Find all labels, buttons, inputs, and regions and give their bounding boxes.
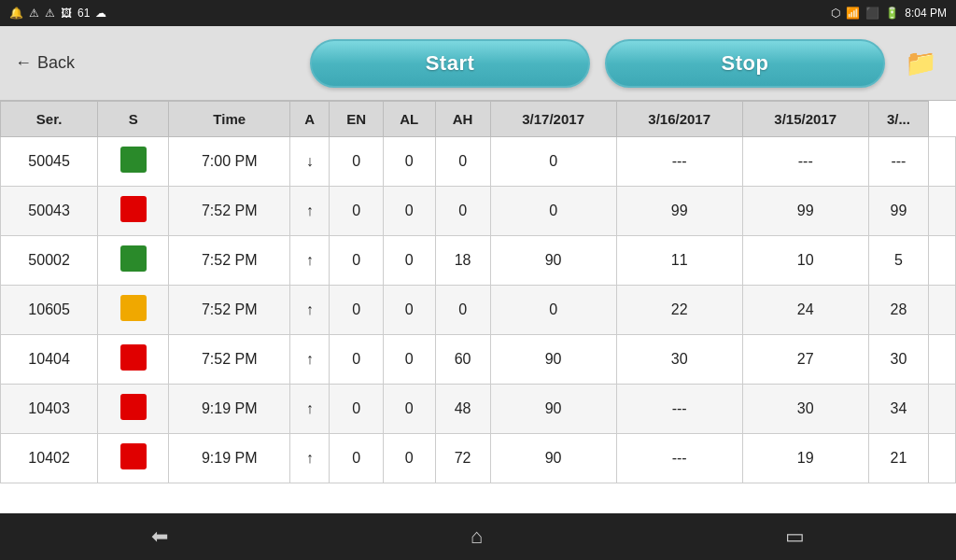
notification-icon-1: 🔔: [9, 7, 23, 20]
cell-a: 0: [330, 286, 383, 335]
nav-back-icon: ⬅: [151, 525, 168, 549]
cell-d4: [929, 187, 956, 236]
folder-icon: 📁: [905, 48, 937, 78]
cell-d3: 99: [868, 187, 928, 236]
cell-d3: 30: [868, 335, 928, 385]
folder-button[interactable]: 📁: [900, 43, 941, 84]
cell-d2: 27: [742, 335, 868, 385]
cell-d4: [929, 434, 956, 483]
status-right-icons: ⬡ 📶 ⬛ 🔋 8:04 PM: [831, 7, 947, 20]
data-table-container: Ser. S Time A EN AL AH 3/17/2017 3/16/20…: [0, 101, 956, 513]
cell-d4: [929, 137, 956, 187]
cell-ser: 10403: [1, 385, 98, 434]
cell-d2: 19: [742, 434, 868, 483]
cell-status: [98, 187, 169, 236]
cell-d2: 99: [742, 187, 868, 236]
table-row: 104039:19 PM↑004890---3034: [1, 385, 956, 434]
cell-al: 0: [435, 286, 490, 335]
status-color-indicator: [120, 443, 147, 469]
cell-d1: 99: [616, 187, 742, 236]
nav-back-button[interactable]: ⬅: [123, 517, 196, 556]
cell-arrow: ↑: [290, 286, 330, 335]
status-left-icons: 🔔 ⚠ ⚠ 🖼 61 ☁: [9, 7, 106, 20]
start-button[interactable]: Start: [310, 39, 590, 88]
cell-arrow: ↑: [290, 187, 330, 236]
cell-a: 0: [330, 137, 383, 187]
col-header-d1: 3/17/2017: [490, 102, 616, 137]
cell-en: 0: [383, 286, 435, 335]
cell-a: 0: [330, 335, 383, 385]
cell-ser: 50002: [1, 236, 98, 286]
wifi-icon: 📶: [846, 7, 860, 20]
cell-d3: 28: [868, 286, 928, 335]
cell-al: 72: [435, 434, 490, 483]
warning-icon-1: ⚠: [29, 7, 39, 20]
cell-d2: 10: [742, 236, 868, 286]
cell-al: 0: [435, 137, 490, 187]
clock: 8:04 PM: [905, 7, 947, 20]
back-arrow-icon: ←: [15, 53, 32, 73]
table-row: 104029:19 PM↑007290---1921: [1, 434, 956, 483]
cell-d3: ---: [868, 137, 928, 187]
cell-status: [98, 137, 169, 187]
cell-ser: 50045: [1, 137, 98, 187]
cell-a: 0: [330, 385, 383, 434]
cell-status: [98, 385, 169, 434]
cell-al: 0: [435, 187, 490, 236]
cell-time: 7:52 PM: [169, 335, 290, 385]
cell-arrow: ↑: [290, 434, 330, 483]
cell-ser: 10404: [1, 335, 98, 385]
cell-time: 9:19 PM: [169, 385, 290, 434]
cell-a: 0: [330, 434, 383, 483]
status-color-indicator: [120, 344, 147, 371]
col-header-ah: AH: [435, 102, 490, 137]
cell-ah: 90: [490, 335, 616, 385]
cell-d1: ---: [616, 137, 742, 187]
cell-a: 0: [330, 236, 383, 286]
cell-status: [98, 286, 169, 335]
cell-d2: 24: [742, 286, 868, 335]
battery-icon: 🔋: [885, 7, 899, 20]
nav-home-button[interactable]: ⌂: [443, 517, 511, 556]
status-color-indicator: [120, 147, 147, 173]
cell-ah: 0: [490, 187, 616, 236]
cell-en: 0: [383, 335, 435, 385]
cell-arrow: ↑: [290, 385, 330, 434]
table-header-row: Ser. S Time A EN AL AH 3/17/2017 3/16/20…: [1, 102, 956, 137]
col-header-d2: 3/16/2017: [616, 102, 742, 137]
cell-a: 0: [330, 187, 383, 236]
cell-en: 0: [383, 434, 435, 483]
status-color-indicator: [120, 196, 147, 222]
cell-en: 0: [383, 137, 435, 187]
badge-count: 61: [77, 7, 90, 20]
status-bar: 🔔 ⚠ ⚠ 🖼 61 ☁ ⬡ 📶 ⬛ 🔋 8:04 PM: [0, 0, 956, 26]
col-header-al: AL: [383, 102, 435, 137]
nav-recents-icon: ▭: [785, 525, 805, 549]
cell-d4: [929, 286, 956, 335]
data-table: Ser. S Time A EN AL AH 3/17/2017 3/16/20…: [0, 101, 956, 483]
cell-al: 18: [435, 236, 490, 286]
cell-d4: [929, 335, 956, 385]
cell-en: 0: [383, 236, 435, 286]
cell-ser: 10402: [1, 434, 98, 483]
cell-arrow: ↓: [290, 137, 330, 187]
status-color-indicator: [120, 295, 147, 321]
warning-icon-2: ⚠: [45, 7, 55, 20]
cloud-icon: ☁: [95, 7, 106, 20]
nav-recents-button[interactable]: ▭: [757, 517, 833, 556]
cell-d1: 11: [616, 236, 742, 286]
col-header-s: S: [98, 102, 169, 137]
bluetooth-icon: ⬡: [831, 7, 840, 20]
cell-d1: ---: [616, 385, 742, 434]
stop-button[interactable]: Stop: [605, 39, 885, 88]
status-color-indicator: [120, 394, 147, 420]
col-header-ser: Ser.: [1, 102, 98, 137]
cell-time: 7:00 PM: [169, 137, 290, 187]
col-header-en: EN: [330, 102, 383, 137]
cell-d2: 30: [742, 385, 868, 434]
cell-time: 7:52 PM: [169, 236, 290, 286]
back-button[interactable]: ← Back: [15, 53, 90, 73]
cell-ser: 10605: [1, 286, 98, 335]
cell-al: 48: [435, 385, 490, 434]
cell-status: [98, 236, 169, 286]
